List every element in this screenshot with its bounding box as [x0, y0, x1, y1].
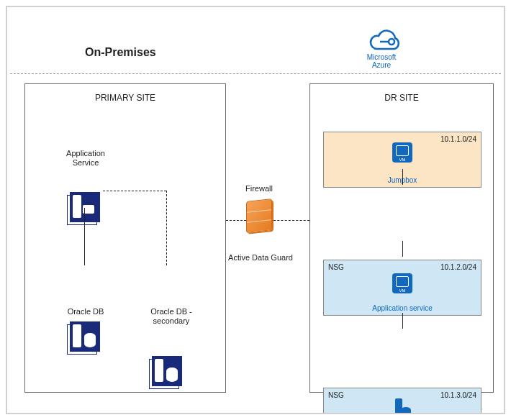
- dr-site-box: DR SITE 10.1.1.0/24 Jumpbox NSG 10.1.2.0…: [309, 83, 494, 393]
- oracle-db-primary-label: Oracle DB: [57, 307, 114, 316]
- conn-primary-to-firewall: [226, 220, 246, 221]
- subnet-standby-nsg: NSG: [328, 391, 344, 399]
- conn-standby-to-vpn: [402, 313, 403, 329]
- subnet-app-service: NSG 10.1.2.0/24 Application service: [323, 260, 481, 316]
- active-data-guard-label: Active Data Guard: [226, 253, 295, 262]
- subnet-app-nsg: NSG: [328, 263, 344, 271]
- conn-app-to-db1: [84, 208, 85, 265]
- oracle-db-secondary-label: Oracle DB - secondary: [139, 307, 204, 326]
- on-premises-heading: On-Premises: [85, 46, 156, 59]
- subnet-app-cidr: 10.1.2.0/24: [440, 263, 476, 271]
- jumpbox-vm-icon: [392, 142, 412, 163]
- conn-firewall-to-dr: [273, 220, 309, 221]
- subnet-jumpbox-cidr: 10.1.1.0/24: [440, 135, 476, 143]
- firewall-icon: [246, 200, 272, 232]
- azure-label: Microsoft Azure: [361, 53, 402, 69]
- conn-app-to-db2-v: [166, 191, 167, 265]
- primary-site-box: PRIMARY SITE Application Service Oracle …: [24, 83, 226, 393]
- subnet-standby-db: NSG 10.1.3.0/24 Standby - DB: [323, 388, 481, 414]
- primary-site-title: PRIMARY SITE: [25, 93, 225, 103]
- conn-app-to-db2-h: [103, 191, 166, 191]
- app-service-vm-icon: [392, 273, 412, 293]
- diagram-frame: On-Premises Microsoft Azure PRIMARY SITE…: [6, 6, 505, 414]
- firewall-label: Firewall: [238, 184, 281, 193]
- conn-jumpbox-to-app: [402, 169, 403, 185]
- conn-app-to-standby: [402, 241, 403, 257]
- dr-site-title: DR SITE: [310, 93, 493, 103]
- environment-divider: [10, 73, 501, 74]
- app-service-label: Application Service: [57, 149, 114, 168]
- subnet-app-label: Application service: [324, 304, 481, 312]
- azure-cloud-icon: [363, 27, 406, 55]
- oracle-db-primary-icon: [67, 320, 101, 355]
- svg-point-0: [389, 39, 394, 45]
- standby-db-icon: [392, 398, 412, 414]
- oracle-db-secondary-icon: [149, 355, 184, 389]
- subnet-standby-cidr: 10.1.3.0/24: [440, 391, 476, 399]
